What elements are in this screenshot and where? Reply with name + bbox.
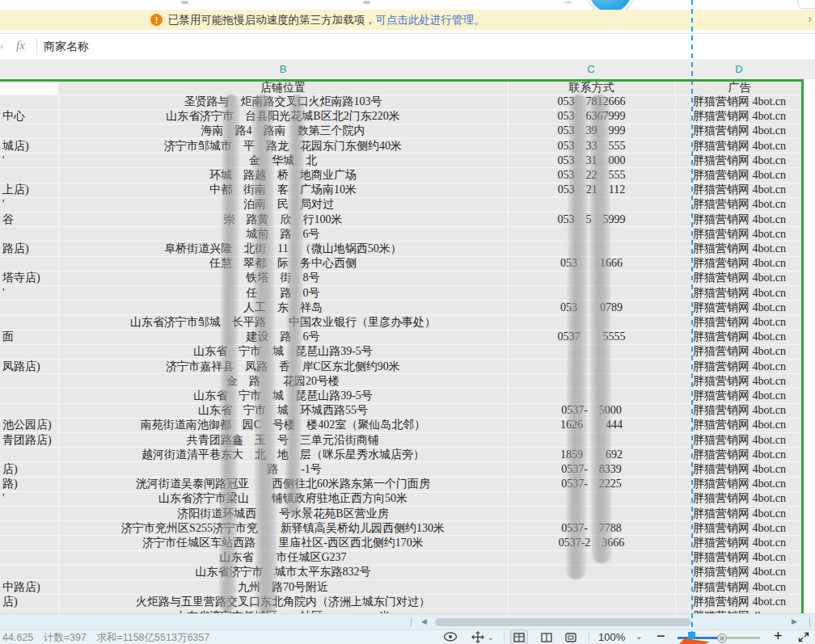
cell-store-location[interactable]: 山东省 市任城区G237	[59, 551, 507, 565]
cell-a[interactable]	[0, 95, 57, 109]
page-layout-view-button[interactable]	[563, 630, 579, 644]
cell-a[interactable]	[0, 537, 57, 550]
cell-store-location[interactable]: 海南 路4 路南 数第三个院内	[59, 124, 507, 138]
cell-ad[interactable]: 胖猫营销网 4bot.cn	[676, 448, 803, 461]
cell-store-location[interactable]: 济宁市嘉祥县 凤路 香 岸C区东北侧约90米	[59, 360, 507, 373]
cell-store-location[interactable]: 泊南 民 局对过	[59, 198, 507, 212]
cell-a[interactable]	[0, 374, 57, 388]
cell-store-location[interactable]: 济宁市兖州区S255济宁市兖 新驿镇高吴桥幼儿园西侧约130米	[59, 521, 507, 535]
move-selection-icon[interactable]	[471, 631, 484, 643]
cell-ad[interactable]: 胖猫营销网 4bot.cn	[676, 154, 803, 167]
reading-mode-eye-icon[interactable]	[443, 631, 458, 642]
fx-icon[interactable]: fx	[16, 39, 25, 53]
cell-ad[interactable]: 胖猫营销网 4bot.cn	[676, 345, 803, 359]
cell-store-location[interactable]: 共青团路鑫 玉 号 三单元沿街商铺	[59, 433, 507, 447]
cell-a[interactable]: '	[0, 198, 57, 212]
window-corner-button[interactable]	[797, 0, 815, 9]
column-header-B[interactable]: B	[267, 59, 299, 79]
cell-a[interactable]: 店)	[0, 595, 57, 608]
cell-store-location[interactable]: 济宁市任城区车站西路 里庙社区-西区西北侧约170米	[59, 537, 507, 550]
cell-store-location[interactable]: 九州 路70号附近	[59, 580, 507, 594]
cell-a[interactable]: 中路店)	[0, 580, 57, 594]
cell-store-location[interactable]: 济宁市邹城市 平 路龙 花园东门东侧约40米	[59, 139, 507, 153]
cell-a[interactable]	[0, 257, 57, 271]
cell-a[interactable]	[0, 124, 57, 138]
cell-ad[interactable]: 胖猫营销网 4bot.cn	[676, 110, 803, 124]
cell-store-location[interactable]: 山东省济宁市梁山 铺镇政府驻地正西方向50米	[59, 492, 507, 506]
cell-store-location[interactable]: 任 路 0号	[59, 286, 507, 300]
cell-ad[interactable]: 胖猫营销网 4bot.cn	[676, 551, 803, 565]
cell-store-location[interactable]: 环城 路越 桥 地商业广场	[59, 169, 507, 183]
cell-ad[interactable]: 胖猫营销网 4bot.cn	[676, 507, 803, 520]
cell-contact[interactable]	[509, 610, 674, 614]
cell-ad[interactable]: 胖猫营销网 4bot.cn	[676, 492, 803, 506]
cell-a[interactable]: 凤路店)	[0, 360, 57, 373]
zoom-in-button[interactable]: +	[774, 628, 783, 644]
cell-a[interactable]: 中心	[0, 110, 57, 124]
cell-ad[interactable]: 胖猫营销网 4bot.cn	[676, 463, 803, 477]
cell-a[interactable]: 塔寺店)	[0, 271, 57, 285]
cell-ad[interactable]: 胖猫营销网 4bot.cn	[676, 566, 803, 579]
cell-a[interactable]	[0, 345, 57, 359]
cell-contact[interactable]	[509, 595, 674, 608]
cell-ad[interactable]: 胖猫营销网 4bot.cn	[676, 478, 803, 491]
cell-store-location[interactable]: 南苑街道南池御都 园C 号楼 楼402室（聚仙岛北邻）	[59, 419, 507, 432]
chevron-down-icon[interactable]: ⌄	[488, 633, 494, 642]
cell-a[interactable]: 面	[0, 330, 57, 344]
cell-ad[interactable]: 胖猫营销网 4bot.cn	[676, 301, 803, 314]
cell-ad[interactable]: 胖猫营销网 4bot.cn	[676, 419, 803, 432]
scroll-right-arrow[interactable]: ▶	[792, 617, 797, 625]
cell-store-location[interactable]: 金 路 花园20号楼	[59, 374, 507, 388]
zoom-out-button[interactable]: −	[657, 628, 665, 644]
cell-ad[interactable]: 胖猫营销网 4bot.cn	[676, 404, 803, 418]
cell-a[interactable]: '	[0, 154, 57, 167]
cell-store-location[interactable]: 山东省济宁市 台县阳光花城B区北2门东220米	[59, 110, 507, 124]
cell-store-location[interactable]: 山东省 宁市 城 琵琶山路39-5号	[59, 389, 507, 403]
cell-ad[interactable]: 胖猫营销网 4bot.cn	[676, 271, 803, 285]
cell-ad[interactable]: 胖猫营销网 4bot.cn	[676, 257, 803, 271]
manage-addins-link[interactable]: 可点击此处进行管理。	[376, 13, 485, 27]
cell-a[interactable]	[0, 169, 57, 183]
cell-a[interactable]: '	[0, 286, 57, 300]
cell-ad[interactable]: 胖猫营销网 4bot.cn	[676, 183, 803, 197]
cell-a[interactable]: 谷	[0, 213, 57, 226]
cell-a[interactable]	[0, 227, 57, 241]
cell-ad[interactable]: 胖猫营销网 4bot.cn	[676, 139, 803, 153]
cell-ad[interactable]: 胖猫营销网 4bot.cn	[676, 610, 803, 614]
cell-a[interactable]	[0, 507, 57, 520]
cell-store-location[interactable]: 崇 路黄 欣 行100米	[59, 213, 507, 226]
notification-expand-chevron-icon[interactable]: ›	[808, 12, 812, 25]
zoom-chevron-down-icon[interactable]: ⌄	[636, 632, 642, 641]
cell-store-location[interactable]: 任慧 翠都 际 务中心西侧	[59, 257, 507, 271]
cell-a[interactable]: 路店)	[0, 242, 57, 256]
cell-a[interactable]	[0, 389, 57, 403]
cell-ad[interactable]: 胖猫营销网 4bot.cn	[676, 95, 803, 109]
cell-ad[interactable]: 胖猫营销网 4bot.cn	[676, 124, 803, 138]
cell-ad[interactable]: 胖猫营销网 4bot.cn	[676, 374, 803, 388]
cell-a[interactable]	[0, 551, 57, 565]
formula-input[interactable]: 商家名称	[44, 34, 89, 59]
cell-a[interactable]	[0, 566, 57, 579]
cell-ad[interactable]: 胖猫营销网 4bot.cn	[676, 521, 803, 535]
cell-a[interactable]: 青团路店)	[0, 433, 57, 447]
page-break-view-button[interactable]	[538, 630, 555, 644]
cell-store-location[interactable]: 山东省 宁市 城 琵琶山路39-5号	[59, 345, 507, 359]
cell-a[interactable]: 店)	[0, 463, 57, 477]
cell-ad[interactable]: 胖猫营销网 4bot.cn	[676, 286, 803, 300]
zoom-slider-track[interactable]	[678, 637, 721, 639]
scrollbar-thumb[interactable]	[435, 618, 691, 626]
cell-store-location[interactable]: 人工 东 祥岛	[59, 301, 507, 314]
cell-a[interactable]	[0, 610, 57, 614]
cell-store-location[interactable]: 金 华城 北	[59, 154, 507, 167]
cell-ad[interactable]: 胖猫营销网 4bot.cn	[676, 360, 803, 373]
cell-ad[interactable]: 胖猫营销网 4bot.cn	[676, 580, 803, 594]
cell-store-location[interactable]: 济阳街道环城西 号水景花苑B区营业房	[59, 507, 507, 520]
zoom-slider-track[interactable]	[721, 637, 760, 639]
cell-ad[interactable]: 胖猫营销网 4bot.cn	[676, 242, 803, 256]
cell-store-location[interactable]: 山东省济宁市 城市太平东路832号	[59, 566, 507, 579]
cell-ad[interactable]: 胖猫营销网 4bot.cn	[676, 227, 803, 241]
cell-a[interactable]	[0, 521, 57, 535]
cell-a[interactable]: 上店)	[0, 183, 57, 197]
cell-store-location[interactable]: 路 -1号	[59, 463, 507, 477]
cell-a[interactable]	[0, 82, 57, 95]
